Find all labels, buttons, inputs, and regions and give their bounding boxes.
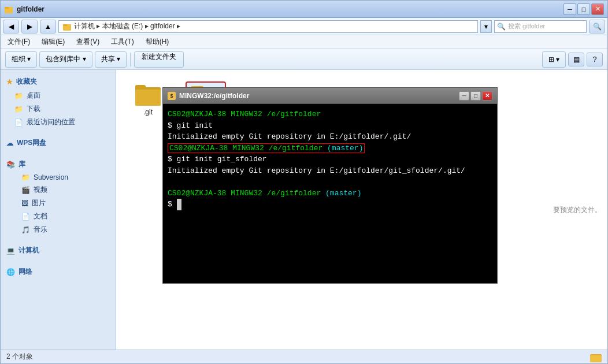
address-path: 计算机 ▸ 本地磁盘 (E:) ▸ gitfolder ▸ <box>74 21 180 31</box>
sidebar-section-favorites: ★ 收藏夹 📁 桌面 📁 下载 📄 最近访问的位置 <box>1 75 116 129</box>
status-text: 2 个对象 <box>6 352 33 362</box>
terminal-titlebar: $ MINGW32:/e/gitfolder ─ □ ✕ <box>162 87 498 103</box>
folder-icon-git <box>135 84 161 106</box>
folder-icon: 📁 <box>14 105 23 113</box>
search-placeholder: 搜索 gitfolder <box>508 22 545 31</box>
music-icon: 🎵 <box>21 226 30 234</box>
menu-bar: 文件(F) 编辑(E) 查看(V) 工具(T) 帮助(H) <box>1 35 607 49</box>
term-line-9: $ <box>168 199 492 210</box>
terminal-controls: ─ □ ✕ <box>459 91 492 101</box>
window-icon <box>4 5 13 14</box>
term-line-6: Initialized empty Git repository in E:/g… <box>168 165 492 177</box>
search-icon: 🔍 <box>497 23 506 31</box>
title-bar: gitfolder ─ □ ✕ <box>1 1 607 18</box>
sidebar-item-video[interactable]: 🎬 视频 <box>1 183 116 196</box>
sidebar-section-network: 🌐 网络 <box>1 265 116 279</box>
term-line-5: $ git init git_sfolder <box>168 154 492 165</box>
svg-rect-3 <box>63 24 67 26</box>
terminal-icon: $ <box>168 92 176 100</box>
toolbar-separator <box>130 53 131 66</box>
address-dropdown-button[interactable]: ▾ <box>480 20 492 33</box>
star-icon: ★ <box>6 78 13 86</box>
include-library-button[interactable]: 包含到库中 ▾ <box>39 51 92 68</box>
terminal-maximize[interactable]: □ <box>470 91 481 101</box>
share-button[interactable]: 共享 ▾ <box>95 51 127 68</box>
term-line-2: $ git init <box>168 120 492 132</box>
help-button[interactable]: ? <box>587 53 603 66</box>
close-button[interactable]: ✕ <box>591 3 604 15</box>
terminal-title: MINGW32:/e/gitfolder <box>179 92 459 100</box>
term-line-3: Initialized empty Git repository in E:/g… <box>168 131 492 143</box>
folder-label-git: .git <box>143 108 153 116</box>
computer-label: 计算机 <box>18 246 39 255</box>
new-folder-button[interactable]: 新建文件夹 <box>134 51 184 68</box>
term-line-4: CS02@NZKJA-38 MINGW32 /e/gitfolder (mast… <box>168 143 492 154</box>
address-input[interactable]: 计算机 ▸ 本地磁盘 (E:) ▸ gitfolder ▸ <box>58 20 478 33</box>
content-area: .git git_sfolder 要预览的文件。 $ MINGW3 <box>116 70 607 350</box>
sidebar-item-subversion[interactable]: 📁 Subversion <box>1 172 116 183</box>
sidebar-item-recent[interactable]: 📄 最近访问的位置 <box>1 116 116 129</box>
address-bar: ◀ ▶ ▲ 计算机 ▸ 本地磁盘 (E:) ▸ gitfolder ▸ ▾ 🔍 … <box>1 18 607 35</box>
folder-icon: 📁 <box>14 92 23 100</box>
wps-label: WPS网盘 <box>17 138 46 148</box>
preview-pane-button[interactable]: ▤ <box>568 53 584 66</box>
favorites-label: 收藏夹 <box>16 77 37 87</box>
explorer-window: gitfolder ─ □ ✕ ◀ ▶ ▲ 计算机 ▸ 本地磁盘 (E:) ▸ … <box>0 0 608 364</box>
term-line-1: CS02@NZKJA-38 MINGW32 /e/gitfolder <box>168 109 492 120</box>
search-button[interactable]: 🔍 <box>589 20 605 34</box>
sidebar-header-wps[interactable]: ☁ WPS网盘 <box>1 136 116 150</box>
maximize-button[interactable]: □ <box>577 3 590 15</box>
computer-icon: 💻 <box>6 247 15 255</box>
sidebar-section-library: 📚 库 📁 Subversion 🎬 视频 🖼 图片 📄 文档 <box>1 157 116 236</box>
video-icon: 🎬 <box>21 186 30 194</box>
terminal-minimize[interactable]: ─ <box>459 91 469 101</box>
term-line-7 <box>168 176 492 188</box>
status-bar: 2 个对象 <box>1 350 607 363</box>
forward-button[interactable]: ▶ <box>21 20 38 34</box>
window-controls: ─ □ ✕ <box>563 3 604 15</box>
back-button[interactable]: ◀ <box>3 20 19 34</box>
sidebar-item-downloads[interactable]: 📁 下载 <box>1 102 116 116</box>
terminal-body[interactable]: CS02@NZKJA-38 MINGW32 /e/gitfolder $ git… <box>162 103 498 284</box>
image-icon: 🖼 <box>21 199 28 207</box>
svg-rect-1 <box>5 7 9 9</box>
minimize-button[interactable]: ─ <box>563 3 576 15</box>
sidebar-section-computer: 💻 计算机 <box>1 243 116 258</box>
sidebar-header-favorites[interactable]: ★ 收藏夹 <box>1 75 116 89</box>
menu-view[interactable]: 查看(V) <box>73 36 103 48</box>
library-label: 库 <box>18 159 25 169</box>
sidebar-header-computer[interactable]: 💻 计算机 <box>1 243 116 258</box>
folder-icon: 📁 <box>21 173 30 181</box>
menu-tools[interactable]: 工具(T) <box>107 36 137 48</box>
up-button[interactable]: ▲ <box>40 20 56 34</box>
library-icon: 📚 <box>6 161 15 169</box>
term-line-8: CS02@NZKJA-38 MINGW32 /e/gitfolder (mast… <box>168 188 492 199</box>
status-folder-icon <box>590 352 602 362</box>
menu-file[interactable]: 文件(F) <box>4 36 34 48</box>
search-box[interactable]: 🔍 搜索 gitfolder <box>494 20 587 33</box>
window-title: gitfolder <box>17 5 563 13</box>
cloud-icon: ☁ <box>6 139 13 147</box>
network-icon: 🌐 <box>6 268 15 276</box>
sidebar-item-desktop[interactable]: 📁 桌面 <box>1 89 116 102</box>
sidebar-section-wps: ☁ WPS网盘 <box>1 136 116 150</box>
recent-icon: 📄 <box>14 118 23 127</box>
sidebar-header-library[interactable]: 📚 库 <box>1 157 116 172</box>
menu-edit[interactable]: 编辑(E) <box>38 36 68 48</box>
terminal-close[interactable]: ✕ <box>482 91 492 101</box>
view-options-button[interactable]: ⊞ ▾ <box>542 51 566 68</box>
preview-hint: 要预览的文件。 <box>553 205 602 215</box>
terminal-window: $ MINGW32:/e/gitfolder ─ □ ✕ CS02@NZKJA-… <box>162 87 498 284</box>
doc-icon: 📄 <box>21 213 30 221</box>
organize-button[interactable]: 组织 ▾ <box>5 51 37 68</box>
main-area: ★ 收藏夹 📁 桌面 📁 下载 📄 最近访问的位置 <box>1 70 607 350</box>
sidebar-item-docs[interactable]: 📄 文档 <box>1 210 116 223</box>
toolbar: 组织 ▾ 包含到库中 ▾ 共享 ▾ 新建文件夹 ⊞ ▾ ▤ ? <box>1 49 607 70</box>
menu-help[interactable]: 帮助(H) <box>142 36 173 48</box>
sidebar: ★ 收藏夹 📁 桌面 📁 下载 📄 最近访问的位置 <box>1 70 116 350</box>
sidebar-item-music[interactable]: 🎵 音乐 <box>1 223 116 236</box>
sidebar-header-network[interactable]: 🌐 网络 <box>1 265 116 279</box>
sidebar-item-images[interactable]: 🖼 图片 <box>1 196 116 210</box>
network-label: 网络 <box>18 267 32 277</box>
